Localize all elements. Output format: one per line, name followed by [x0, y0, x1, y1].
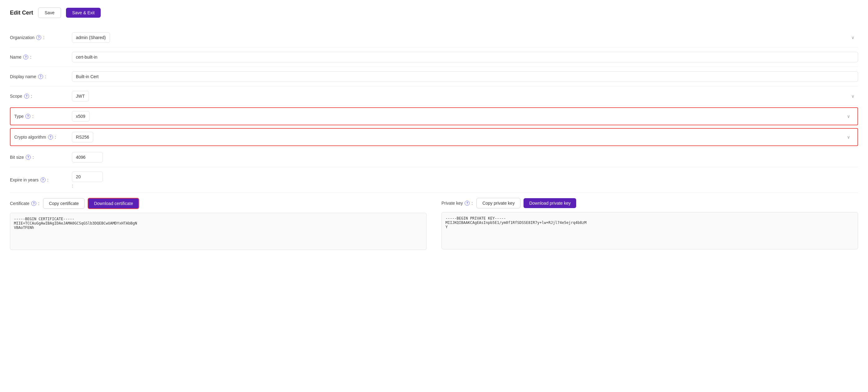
organization-select[interactable]: admin (Shared) — [72, 32, 110, 43]
certificate-label-row: Certificate ? : Copy certificate Downloa… — [10, 198, 427, 209]
display-name-label: Display name ? : — [10, 74, 72, 79]
name-help-icon[interactable]: ? — [23, 55, 28, 60]
scope-label: Scope ? : — [10, 94, 72, 99]
type-select[interactable]: x509 — [72, 111, 90, 121]
bit-size-row: Bit size ? : — [10, 148, 858, 167]
certificate-buttons: Copy certificate Download certificate — [43, 198, 140, 209]
expire-inputs-wrapper: : — [72, 171, 103, 188]
crypto-highlighted-wrapper: Crypto algorithm ? : RS256 — [10, 128, 858, 146]
crypto-select[interactable]: RS256 — [72, 132, 93, 142]
page-title: Edit Cert — [10, 9, 33, 16]
cert-section: Certificate ? : Copy certificate Downloa… — [10, 193, 858, 256]
organization-help-icon[interactable]: ? — [36, 35, 41, 40]
scope-help-icon[interactable]: ? — [24, 94, 29, 99]
download-private-key-button[interactable]: Download private key — [524, 198, 576, 208]
crypto-label: Crypto algorithm ? : — [14, 135, 72, 140]
expire-row: Expire in years ? : : — [10, 167, 858, 193]
expire-help-icon[interactable]: ? — [40, 177, 45, 183]
bit-size-input[interactable] — [72, 152, 103, 163]
organization-label: Organization ? : — [10, 35, 72, 40]
save-button[interactable]: Save — [38, 7, 61, 18]
download-certificate-button[interactable]: Download certificate — [88, 198, 139, 209]
crypto-select-wrapper: RS256 — [72, 132, 854, 142]
header: Edit Cert Save Save & Exit — [10, 7, 858, 18]
private-key-buttons: Copy private key Download private key — [476, 198, 576, 208]
crypto-row: Crypto algorithm ? : RS256 — [10, 127, 858, 148]
expire-colon: : — [72, 183, 103, 188]
scope-select[interactable]: JWT — [72, 91, 89, 102]
copy-certificate-button[interactable]: Copy certificate — [43, 198, 85, 209]
scope-select-wrapper: JWT — [72, 91, 858, 102]
bit-size-help-icon[interactable]: ? — [26, 155, 31, 160]
expire-label: Expire in years ? : — [10, 177, 72, 183]
private-key-column: Private key ? : Copy private key Downloa… — [441, 198, 858, 251]
crypto-help-icon[interactable]: ? — [48, 135, 53, 140]
scope-row: Scope ? : JWT — [10, 86, 858, 106]
type-help-icon[interactable]: ? — [25, 114, 30, 119]
type-select-wrapper: x509 — [72, 111, 854, 121]
name-label: Name ? : — [10, 55, 72, 60]
certificate-help-icon[interactable]: ? — [31, 201, 36, 206]
certificate-column: Certificate ? : Copy certificate Downloa… — [10, 198, 427, 251]
copy-private-key-button[interactable]: Copy private key — [476, 198, 520, 208]
name-row: Name ? : — [10, 48, 858, 67]
private-key-label-row: Private key ? : Copy private key Downloa… — [441, 198, 858, 208]
expire-input[interactable] — [72, 171, 103, 182]
display-name-input[interactable] — [72, 71, 858, 82]
private-key-label: Private key ? : — [441, 201, 473, 205]
private-key-textarea[interactable] — [441, 212, 858, 249]
private-key-help-icon[interactable]: ? — [465, 201, 470, 205]
bit-size-label: Bit size ? : — [10, 155, 72, 160]
type-row: Type ? : x509 — [10, 106, 858, 127]
display-name-row: Display name ? : — [10, 67, 858, 86]
type-highlighted-wrapper: Type ? : x509 — [10, 107, 858, 125]
certificate-label: Certificate ? : — [10, 201, 39, 206]
type-label: Type ? : — [14, 114, 72, 119]
organization-row: Organization ? : admin (Shared) — [10, 28, 858, 48]
page: Edit Cert Save Save & Exit Organization … — [0, 0, 868, 392]
certificate-textarea[interactable] — [10, 213, 427, 250]
organization-select-wrapper: admin (Shared) — [72, 32, 858, 43]
save-exit-button[interactable]: Save & Exit — [66, 8, 101, 18]
name-input[interactable] — [72, 52, 858, 62]
display-name-help-icon[interactable]: ? — [38, 74, 43, 79]
form-section: Organization ? : admin (Shared) Name ? :… — [10, 28, 858, 256]
